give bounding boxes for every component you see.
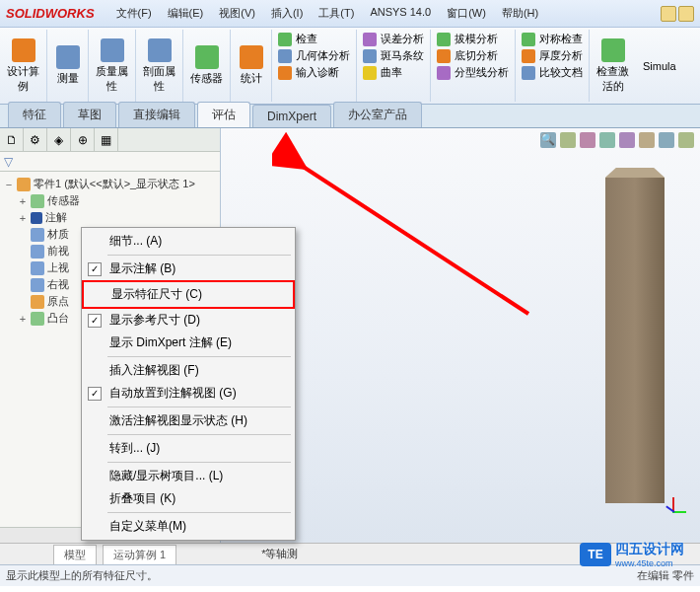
filter-icon[interactable]: ▽	[4, 155, 13, 169]
menu-help[interactable]: 帮助(H)	[496, 3, 544, 24]
ribbon-symmetry[interactable]: 对称检查	[522, 32, 583, 46]
menu-tools[interactable]: 工具(T)	[313, 3, 360, 24]
ribbon-parting[interactable]: 分型线分析	[437, 65, 509, 80]
status-mode: 在编辑 零件	[637, 568, 694, 583]
ribbon-draft[interactable]: 拔模分析	[437, 32, 509, 46]
ctx-activate-display-state[interactable]: 激活注解视图显示状态 (H)	[82, 409, 295, 432]
menu-ansys[interactable]: ANSYS 14.0	[364, 3, 437, 24]
ctx-label: 显示注解 (B)	[109, 260, 175, 277]
material-icon	[31, 228, 44, 242]
model-hex-column[interactable]	[605, 168, 665, 503]
ctx-customize[interactable]: 自定义菜单(M)	[82, 515, 295, 538]
tab-dimxpert[interactable]: DimXpert	[252, 105, 331, 127]
ribbon-section-props[interactable]: 剖面属性	[136, 30, 183, 102]
ctx-goto[interactable]: 转到... (J)	[82, 437, 295, 460]
rb-l: 曲率	[381, 65, 402, 80]
ctx-show-ref-dims[interactable]: ✓显示参考尺寸 (D)	[82, 309, 295, 332]
pm-tab-icon[interactable]: ⚙	[24, 128, 47, 151]
tree-annotations[interactable]: + 注解	[2, 209, 218, 226]
ribbon-measure[interactable]: 测量	[47, 30, 89, 102]
check-active-icon	[601, 38, 625, 62]
expander-icon[interactable]: +	[18, 212, 28, 224]
tree-label: 原点	[47, 294, 69, 309]
ctx-sep	[107, 462, 291, 463]
display-style-icon[interactable]	[599, 132, 615, 148]
tree-label: 传感器	[47, 193, 80, 208]
ribbon-thickness[interactable]: 厚度分析	[522, 48, 583, 63]
tab-direct-edit[interactable]: 直接编辑	[118, 102, 195, 127]
ribbon-sensor[interactable]: 传感器	[183, 30, 231, 102]
ribbon-zebra[interactable]: 斑马条纹	[363, 48, 424, 63]
ctx-auto-place[interactable]: ✓自动放置到注解视图 (G)	[82, 382, 295, 405]
ribbon-check-active[interactable]: 检查激活的	[590, 30, 636, 102]
ctx-details[interactable]: 细节... (A)	[82, 230, 295, 253]
menu-window[interactable]: 窗口(W)	[441, 3, 492, 24]
mm-tab-icon[interactable]: ▦	[95, 128, 118, 151]
ribbon-mass-props[interactable]: 质量属性	[89, 30, 136, 102]
tree-root[interactable]: −零件1 (默认<<默认>_显示状态 1>	[2, 176, 218, 192]
menu-edit[interactable]: 编辑(E)	[162, 3, 210, 24]
view-orient-icon[interactable]	[580, 132, 595, 148]
ctx-label: 插入注解视图 (F)	[109, 362, 199, 379]
ctx-show-annotations[interactable]: ✓显示注解 (B)	[82, 258, 295, 280]
ctx-sep	[107, 356, 291, 357]
hide-show-icon[interactable]	[619, 132, 635, 148]
ribbon-compare[interactable]: 比较文档	[522, 65, 583, 80]
fm-tab-icon[interactable]: 🗋	[0, 128, 24, 151]
ribbon-statistics[interactable]: 统计	[231, 30, 272, 102]
ctx-label: 自定义菜单(M)	[109, 518, 186, 535]
rb-l2: 活的	[602, 79, 624, 94]
ctx-insert-annot-view[interactable]: 插入注解视图 (F)	[82, 359, 295, 382]
ribbon-deviation[interactable]: 误差分析	[363, 32, 424, 46]
menu-view[interactable]: 视图(V)	[213, 3, 261, 24]
ribbon-import-diag[interactable]: 输入诊断	[278, 65, 350, 80]
zoom-area-icon[interactable]	[560, 132, 576, 148]
manager-tabs: 🗋 ⚙ ◈ ⊕ ▦	[0, 128, 220, 152]
curv-icon	[363, 66, 377, 80]
ribbon-geom-analysis[interactable]: 几何体分析	[278, 48, 350, 63]
menu-insert[interactable]: 插入(I)	[265, 3, 309, 24]
checkbox-icon[interactable]: ✓	[88, 262, 102, 276]
zoom-fit-icon[interactable]: 🔍	[540, 132, 556, 148]
design-study-icon	[12, 38, 35, 62]
tab-features[interactable]: 特征	[8, 102, 61, 127]
qa-open-icon[interactable]	[678, 6, 694, 22]
ctx-label: 显示参考尺寸 (D)	[109, 312, 200, 329]
tree-label: 前视	[47, 244, 69, 259]
ctx-hide-show-tree[interactable]: 隐藏/显示树项目... (L)	[82, 465, 295, 487]
ribbon-check[interactable]: 检查	[278, 32, 350, 46]
scene-icon[interactable]	[659, 132, 674, 148]
expander-icon[interactable]: +	[18, 313, 28, 325]
cm-tab-icon[interactable]: ◈	[47, 128, 71, 151]
ribbon-design-study[interactable]: 设计算例	[0, 30, 47, 102]
thick-icon	[522, 49, 535, 63]
checkbox-icon[interactable]: ✓	[88, 387, 102, 401]
annotation-node-highlighted[interactable]: 注解	[31, 210, 67, 225]
check-icon	[278, 33, 292, 46]
ctx-collapse[interactable]: 折叠项目 (K)	[82, 487, 295, 510]
ctx-show-dimxpert[interactable]: 显示 DimXpert 注解 (E)	[82, 332, 295, 354]
rb-l2: 性	[154, 79, 165, 94]
rb-l: 传感器	[190, 71, 223, 86]
appearance-icon[interactable]	[639, 132, 655, 148]
tab-evaluate[interactable]: 评估	[197, 102, 250, 127]
ribbon-curvature[interactable]: 曲率	[363, 65, 424, 80]
ribbon-undercut[interactable]: 底切分析	[437, 48, 509, 63]
tab-office[interactable]: 办公室产品	[333, 102, 422, 127]
expander-icon[interactable]: −	[4, 179, 14, 190]
ribbon-simulation[interactable]: Simula	[636, 30, 683, 102]
menu-file[interactable]: 文件(F)	[110, 3, 158, 24]
orientation-triad[interactable]	[661, 485, 688, 513]
expander-icon[interactable]: +	[18, 195, 28, 207]
qa-new-icon[interactable]	[661, 6, 676, 22]
measure-icon	[56, 45, 80, 69]
tree-sensors[interactable]: +传感器	[2, 192, 218, 209]
tab-sketch[interactable]: 草图	[63, 102, 116, 127]
ctx-label: 细节... (A)	[109, 233, 162, 250]
checkbox-icon[interactable]: ✓	[88, 314, 102, 328]
tab-motion-study[interactable]: 运动算例 1	[103, 545, 176, 564]
ctx-show-feature-dims[interactable]: 显示特征尺寸 (C)	[82, 280, 295, 309]
view-settings-icon[interactable]	[678, 132, 694, 148]
dm-tab-icon[interactable]: ⊕	[71, 128, 95, 151]
tab-model-view[interactable]: 模型	[53, 545, 97, 564]
